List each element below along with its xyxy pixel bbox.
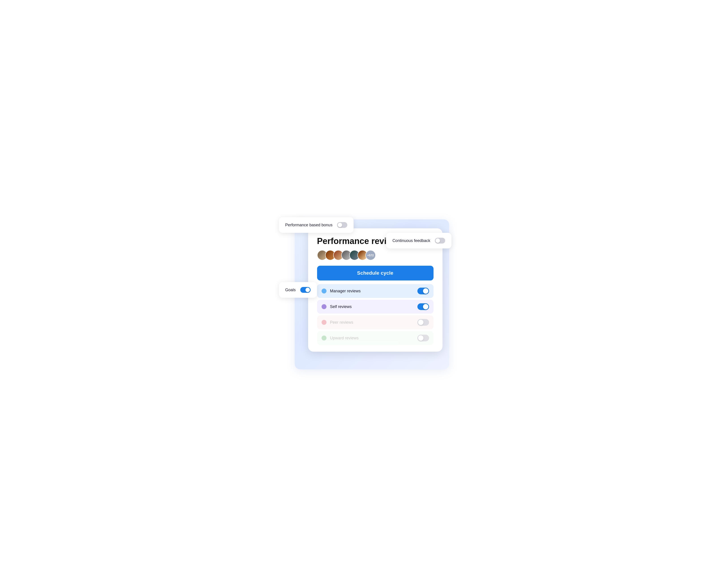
- manager-reviews-toggle[interactable]: [417, 288, 429, 294]
- goals-label: Goals: [285, 288, 296, 292]
- scene: Performance based bonus Goals Continuous…: [272, 206, 456, 376]
- review-item-self-left: Self reviews: [321, 304, 352, 309]
- self-reviews-toggle[interactable]: [417, 303, 429, 310]
- manager-dot: [321, 289, 327, 293]
- schedule-cycle-button[interactable]: Schedule cycle: [317, 266, 434, 281]
- bonus-toggle-knob: [338, 223, 342, 227]
- goals-toggle-knob: [306, 288, 310, 292]
- peer-reviews-toggle-knob: [418, 320, 423, 325]
- review-item-peer-left: Peer reviews: [321, 320, 353, 325]
- bonus-label: Performance based bonus: [285, 223, 333, 228]
- review-item-manager-left: Manager reviews: [321, 289, 361, 293]
- manager-reviews-toggle-knob: [423, 288, 428, 294]
- review-list: Manager reviews Self reviews Peer: [317, 284, 434, 345]
- card-goals: Goals: [279, 282, 317, 298]
- feedback-toggle[interactable]: [435, 238, 445, 243]
- feedback-toggle-knob: [436, 238, 440, 243]
- review-item-self: Self reviews: [317, 300, 434, 314]
- peer-dot: [321, 320, 327, 325]
- avatar-row: +572: [317, 250, 434, 260]
- manager-reviews-label: Manager reviews: [330, 289, 361, 293]
- peer-reviews-label: Peer reviews: [330, 320, 353, 325]
- self-dot: [321, 304, 327, 309]
- card-continuous-feedback: Continuous feedback: [386, 233, 451, 248]
- upward-dot: [321, 336, 327, 341]
- self-reviews-label: Self reviews: [330, 305, 352, 309]
- self-reviews-toggle-knob: [423, 304, 428, 309]
- review-item-upward: Upward reviews: [317, 331, 434, 345]
- feedback-label: Continuous feedback: [392, 238, 430, 243]
- peer-reviews-toggle[interactable]: [417, 319, 429, 326]
- upward-reviews-label: Upward reviews: [330, 336, 359, 341]
- bonus-toggle[interactable]: [337, 222, 347, 228]
- avatar-count: +572: [365, 250, 376, 260]
- review-item-manager: Manager reviews: [317, 284, 434, 298]
- review-item-upward-left: Upward reviews: [321, 336, 359, 341]
- card-performance-bonus: Performance based bonus: [279, 217, 354, 233]
- upward-reviews-toggle[interactable]: [417, 335, 429, 341]
- goals-toggle[interactable]: [300, 287, 311, 293]
- upward-reviews-toggle-knob: [418, 335, 423, 341]
- review-item-peer: Peer reviews: [317, 315, 434, 329]
